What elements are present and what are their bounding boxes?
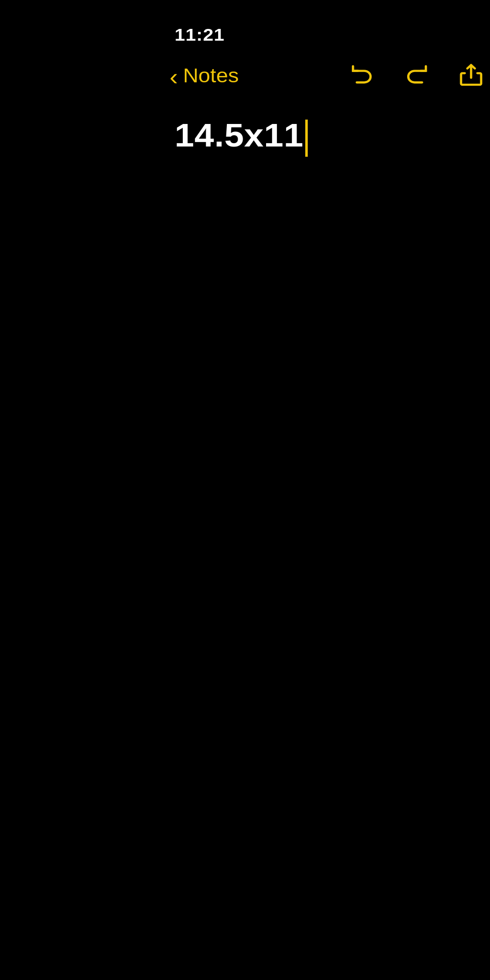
note-body[interactable] bbox=[149, 170, 490, 566]
status-bar: 11:21 24 bbox=[149, 0, 490, 51]
redo-button[interactable] bbox=[403, 61, 430, 92]
text-cursor bbox=[305, 119, 307, 156]
note-content[interactable]: 14.5x11 bbox=[149, 102, 490, 171]
undo-button[interactable] bbox=[347, 61, 375, 92]
nav-bar: ‹ Notes bbox=[149, 51, 490, 102]
note-content-area[interactable]: 14.5x11 bbox=[149, 102, 490, 980]
status-time: 11:21 bbox=[174, 24, 224, 44]
share-button[interactable] bbox=[458, 61, 483, 92]
back-label: Notes bbox=[183, 65, 239, 88]
note-title[interactable]: 14.5x11 bbox=[174, 116, 490, 156]
back-button[interactable]: ‹ Notes bbox=[170, 63, 239, 90]
back-arrow-icon: ‹ bbox=[170, 63, 178, 90]
nav-actions: Done bbox=[347, 61, 490, 92]
